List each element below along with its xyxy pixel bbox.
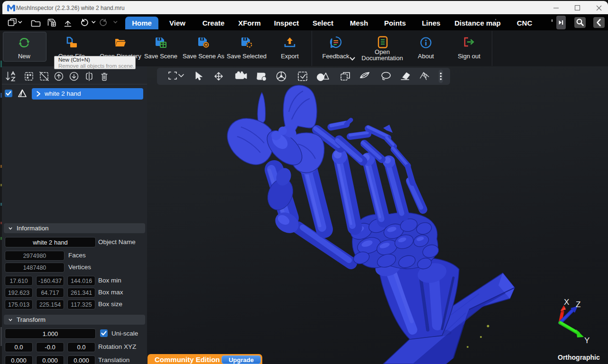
svg-text:Z: Z bbox=[576, 300, 580, 309]
svg-text:X: X bbox=[564, 298, 569, 307]
svg-text:Y: Y bbox=[584, 336, 590, 345]
